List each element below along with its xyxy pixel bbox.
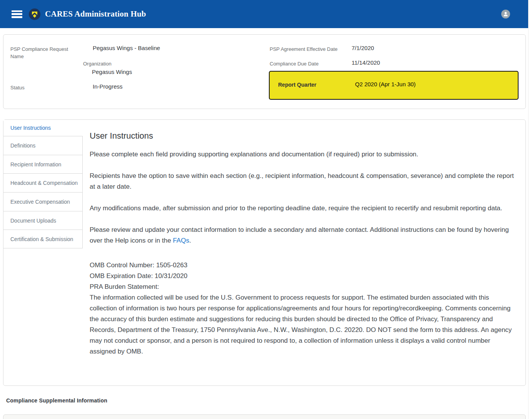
request-name-label: PSP Compliance Request Name [10, 45, 78, 60]
tab-definitions[interactable]: Definitions [3, 136, 83, 155]
instruction-paragraph: Please complete each field providing sup… [90, 149, 518, 160]
section-nav: User Instructions Definitions Recipient … [3, 120, 83, 248]
user-avatar-button[interactable] [501, 10, 510, 18]
contact-paragraph: Please review and update your contact in… [90, 225, 518, 246]
scrollbar[interactable] [528, 0, 532, 419]
tab-label: Document Uploads [10, 218, 56, 224]
tab-user-instructions[interactable]: User Instructions [3, 120, 83, 136]
tab-label: Recipient Information [10, 161, 61, 168]
status-label: Status [10, 84, 25, 91]
tab-label: Certification & Submission [10, 236, 73, 242]
app-title: CARES Administration Hub [45, 9, 146, 19]
contact-text: Please review and update your contact in… [90, 226, 509, 244]
request-name-value: Pegasus Wings - Baseline [93, 44, 160, 52]
report-quarter-value: Q2 2020 (Apr 1-Jun 30) [355, 81, 416, 87]
tab-recipient-information[interactable]: Recipient Information [3, 155, 83, 174]
tab-executive-compensation[interactable]: Executive Compensation [3, 192, 83, 211]
supplemental-info-panel [3, 414, 526, 419]
app-header: CARES Administration Hub [0, 0, 528, 28]
page-title: User Instructions [90, 130, 518, 142]
tab-headcount-compensation[interactable]: Headcount & Compensation [3, 173, 83, 192]
person-icon [503, 11, 509, 17]
tab-document-uploads[interactable]: Document Uploads [3, 211, 83, 230]
omb-expiration-date: OMB Expiration Date: 10/31/2020 [90, 272, 187, 280]
user-instructions-panel: User Instructions Definitions Recipient … [3, 119, 526, 386]
faqs-link[interactable]: FAQs [173, 237, 189, 244]
instructions-content: User Instructions Please complete each f… [90, 120, 518, 385]
effective-date-label: PSP Agreement Effective Date [270, 45, 338, 53]
instruction-paragraph: Recipients have the option to save withi… [90, 171, 518, 192]
status-value: In-Progress [93, 83, 123, 91]
supplemental-info-heading: Compliance Supplemental Information [6, 397, 107, 404]
report-quarter-label: Report Quarter [278, 82, 317, 88]
organization-value: Pegasus Wings [92, 68, 132, 76]
tab-certification-submission[interactable]: Certification & Submission [3, 230, 83, 248]
menu-icon[interactable] [12, 10, 22, 18]
tab-label: Executive Compensation [10, 199, 70, 205]
organization-label: Organization [83, 60, 112, 67]
tab-label: Headcount & Compensation [10, 180, 78, 186]
tab-label: User Instructions [10, 125, 51, 131]
compliance-summary-panel: PSP Compliance Request Name Pegasus Wing… [3, 34, 526, 109]
omb-control-number: OMB Control Number: 1505-0263 [90, 261, 187, 269]
pra-burden-label: PRA Burden Statement: [90, 283, 159, 290]
due-date-value: 11/14/2020 [352, 59, 380, 67]
due-date-label: Compliance Due Date [270, 60, 319, 67]
report-quarter-highlight: Report Quarter Q2 2020 (Apr 1-Jun 30) [269, 71, 519, 100]
contact-text-end: . [189, 237, 191, 244]
pra-burden-text: The information collected will be used f… [90, 294, 512, 355]
effective-date-value: 7/1/2020 [352, 44, 374, 52]
instruction-paragraph: Any modifications made, after submission… [90, 203, 518, 214]
tab-label: Definitions [10, 142, 35, 149]
omb-block: OMB Control Number: 1505-0263 OMB Expira… [90, 260, 518, 357]
app-logo-shield-icon [29, 8, 40, 20]
